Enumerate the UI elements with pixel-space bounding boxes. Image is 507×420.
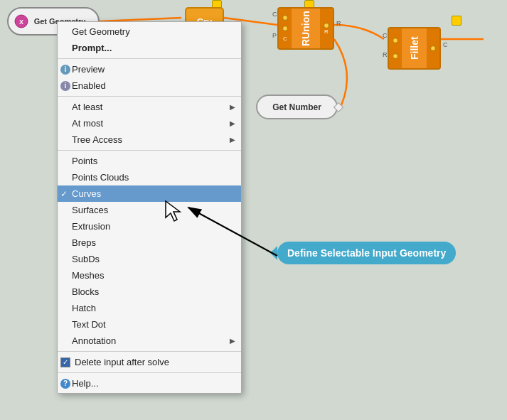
menu-item-tree-access-label: Tree Access xyxy=(72,134,122,145)
menu-item-enabled[interactable]: i Enabled xyxy=(58,77,241,94)
fillet-port-r xyxy=(393,53,398,59)
help-icon: ? xyxy=(60,379,70,389)
fillet-label-c: C xyxy=(383,32,388,39)
menu-item-annotation[interactable]: Annotation ▶ xyxy=(58,333,241,349)
context-menu: Get Geometry Prompt... i Preview i Enabl… xyxy=(57,21,242,394)
menu-item-meshes[interactable]: Meshes xyxy=(58,267,241,284)
menu-item-at-least[interactable]: At least ▶ xyxy=(58,99,241,115)
menu-item-points-label: Points xyxy=(72,156,97,166)
menu-item-text-dot[interactable]: Text Dot xyxy=(58,316,241,333)
svg-text:X: X xyxy=(19,18,23,26)
menu-item-annotation-label: Annotation xyxy=(72,335,116,346)
fillet-center: Fillet xyxy=(402,28,427,68)
menu-item-surfaces[interactable]: Surfaces xyxy=(58,202,241,218)
menu-item-prompt-label: Prompt... xyxy=(72,43,112,53)
separator-4 xyxy=(58,351,241,352)
menu-item-hatch[interactable]: Hatch xyxy=(58,300,241,316)
fillet-port-out-c xyxy=(430,45,436,51)
fillet-node[interactable]: Fillet xyxy=(388,27,441,70)
menu-item-breps-label: Breps xyxy=(72,237,96,248)
delete-input-check: ✓ xyxy=(63,358,68,366)
separator-5 xyxy=(58,372,241,373)
runion-port-r-label: R xyxy=(336,20,341,27)
at-most-arrow: ▶ xyxy=(230,119,235,127)
menu-item-curves[interactable]: ✓ Curves xyxy=(58,185,241,202)
separator-2 xyxy=(58,96,241,97)
fillet-right-ports xyxy=(427,28,439,68)
menu-item-points-clouds[interactable]: Points Clouds xyxy=(58,169,241,185)
at-least-arrow: ▶ xyxy=(230,103,235,111)
runion-port-p-label: P xyxy=(272,32,277,39)
menu-item-get-geometry[interactable]: Get Geometry xyxy=(58,23,241,40)
fillet-top-connector xyxy=(452,16,461,26)
menu-item-enabled-label: Enabled xyxy=(72,80,106,91)
menu-item-tree-access[interactable]: Tree Access ▶ xyxy=(58,131,241,148)
menu-item-preview-label: Preview xyxy=(72,64,105,75)
menu-item-points[interactable]: Points xyxy=(58,153,241,169)
menu-item-delete-input[interactable]: ✓ Delete input after solve xyxy=(58,354,241,370)
port-p xyxy=(282,26,288,31)
port-r xyxy=(324,23,329,28)
menu-item-blocks[interactable]: Blocks xyxy=(58,284,241,300)
menu-item-breps[interactable]: Breps xyxy=(58,235,241,251)
curves-check-icon: ✓ xyxy=(60,189,68,199)
runion-center: RUnion xyxy=(292,9,320,48)
menu-item-help-label: Help... xyxy=(72,378,99,389)
menu-item-delete-input-label: Delete input after solve xyxy=(75,357,169,367)
menu-item-at-least-label: At least xyxy=(72,102,102,112)
menu-item-surfaces-label: Surfaces xyxy=(72,205,108,215)
menu-item-blocks-label: Blocks xyxy=(72,286,99,297)
menu-item-extrusion[interactable]: Extrusion xyxy=(58,218,241,235)
port-c xyxy=(282,15,288,21)
menu-item-get-geometry-label: Get Geometry xyxy=(72,26,130,37)
delete-input-checkbox[interactable]: ✓ xyxy=(60,357,70,367)
runion-left-ports: C xyxy=(279,9,292,48)
tooltip-bubble: Define Selectable Input Geometry xyxy=(277,242,456,264)
separator-1 xyxy=(58,58,241,59)
get-number-node[interactable]: Get Number xyxy=(256,95,338,119)
fillet-left-ports xyxy=(389,28,402,68)
runion-right-ports: R xyxy=(320,9,333,48)
menu-item-extrusion-label: Extrusion xyxy=(72,221,110,232)
tree-access-arrow: ▶ xyxy=(230,136,235,144)
menu-item-points-clouds-label: Points Clouds xyxy=(72,172,129,183)
menu-item-prompt[interactable]: Prompt... xyxy=(58,40,241,56)
runion-node[interactable]: C RUnion R xyxy=(277,7,334,50)
menu-item-subds[interactable]: SubDs xyxy=(58,251,241,267)
menu-item-subds-label: SubDs xyxy=(72,254,100,264)
menu-item-text-dot-label: Text Dot xyxy=(72,319,106,330)
menu-item-preview[interactable]: i Preview xyxy=(58,61,241,77)
runion-port-c-label: C xyxy=(272,11,277,18)
get-number-port xyxy=(333,102,343,112)
annotation-arrow: ▶ xyxy=(230,337,235,345)
menu-item-help[interactable]: ? Help... xyxy=(58,375,241,392)
preview-info-icon: i xyxy=(60,65,70,75)
fillet-label-out-c: C xyxy=(443,41,448,48)
canvas: X Get Geometry Cry C RUnion R C P R xyxy=(0,0,507,420)
get-number-label: Get Number xyxy=(272,102,321,112)
tooltip-text: Define Selectable Input Geometry xyxy=(287,247,446,259)
menu-item-at-most[interactable]: At most ▶ xyxy=(58,115,241,131)
node-icon: X xyxy=(14,14,28,28)
menu-item-hatch-label: Hatch xyxy=(72,303,96,313)
menu-item-meshes-label: Meshes xyxy=(72,270,105,281)
separator-3 xyxy=(58,150,241,151)
fillet-port-c xyxy=(393,38,398,43)
enabled-info-icon: i xyxy=(60,81,70,91)
menu-item-at-most-label: At most xyxy=(72,118,103,129)
menu-item-curves-label: Curves xyxy=(72,188,101,199)
fillet-label-r: R xyxy=(383,51,388,58)
